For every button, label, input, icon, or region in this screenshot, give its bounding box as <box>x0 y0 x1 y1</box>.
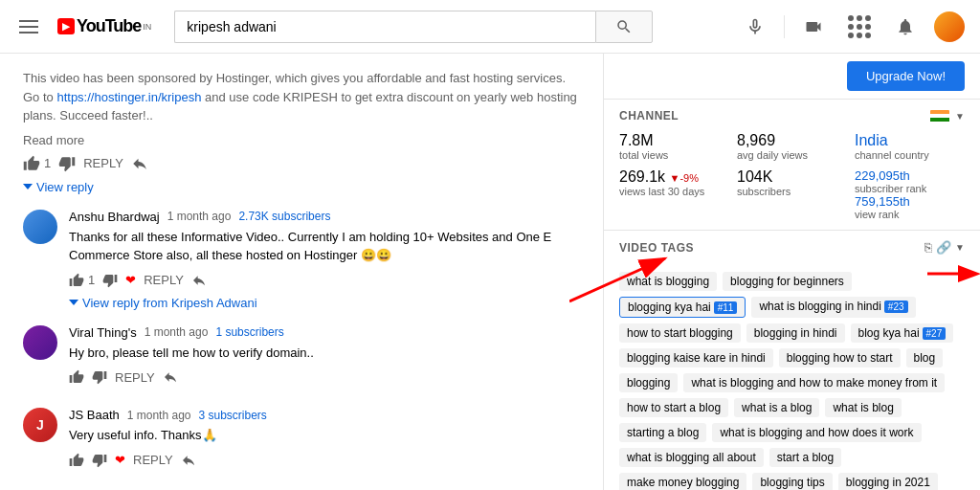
dislike-anshu[interactable] <box>102 273 118 288</box>
header: ▶ YouTube IN <box>0 0 980 54</box>
subscribers-value: 104K <box>737 168 847 186</box>
video-icon <box>804 17 823 36</box>
tag-item-12[interactable]: how to start a blog <box>619 398 728 417</box>
heart-js[interactable]: ❤ <box>115 453 125 467</box>
views30-label: views last 30 days <box>619 186 729 197</box>
tag-item-9[interactable]: blog <box>906 348 944 368</box>
comment-time-anshu: 1 month ago <box>167 210 232 223</box>
tags-collapse-icon[interactable]: ▼ <box>955 242 965 253</box>
like-count-anshu: 1 <box>88 273 95 287</box>
tag-item-19[interactable]: make money blogging <box>619 473 746 490</box>
tag-item-20[interactable]: blogging tips <box>752 473 832 490</box>
total-views-value: 7.8M <box>619 132 729 149</box>
video-button[interactable] <box>796 10 831 44</box>
country-stat: India channel country <box>855 132 965 161</box>
dislike-viral[interactable] <box>92 369 107 385</box>
tag-item-6[interactable]: blog kya hai#27 <box>851 323 954 343</box>
like-button[interactable]: 1 <box>23 155 51 172</box>
search-input[interactable] <box>174 11 595 43</box>
action-row-js: ❤ REPLY <box>69 453 580 468</box>
tag-item-3[interactable]: what is blogging in hindi#23 <box>751 297 915 318</box>
tag-item-21[interactable]: blogging in 2021 <box>838 473 938 490</box>
view-reply-anshu[interactable]: View reply from Kripesh Adwani <box>69 296 580 310</box>
tag-badge-6: #27 <box>923 327 947 340</box>
sponsor-text: This video has been sponsored by Hosting… <box>23 69 580 125</box>
tag-item-11[interactable]: what is blogging and how to make money f… <box>683 373 945 392</box>
subscriber-count-viral: 1 subscribers <box>215 325 283 339</box>
apps-grid-icon <box>848 15 871 38</box>
channel-header: CHANNEL ▼ <box>619 109 965 122</box>
read-more-btn[interactable]: Read more <box>23 133 580 147</box>
comment-author-viral: Viral Thing's <box>69 325 137 340</box>
avatar-viral <box>23 325 57 360</box>
dislike-js[interactable] <box>92 453 107 468</box>
tag-item-5[interactable]: blogging in hindi <box>746 323 845 343</box>
mic-button[interactable] <box>738 10 772 44</box>
sponsor-line2: Go to https://hostinger.in/kripesh and u… <box>23 88 580 125</box>
channel-collapse-icon[interactable]: ▼ <box>955 111 965 122</box>
action-row-anshu: 1 ❤ REPLY <box>69 273 580 288</box>
tag-item-7[interactable]: blogging kaise kare in hindi <box>619 348 773 368</box>
search-button[interactable] <box>595 11 653 43</box>
avg-daily-stat: 8,969 avg daily views <box>737 132 847 161</box>
reply-viral[interactable]: REPLY <box>115 370 155 385</box>
dislike-button[interactable] <box>58 155 76 172</box>
like-js[interactable] <box>69 453 84 468</box>
flag-bot <box>930 118 949 122</box>
tag-item-16[interactable]: what is blogging and how does it work <box>712 423 921 442</box>
comment-anshu: Anshu Bhardwaj 1 month ago 2.73K subscri… <box>23 210 580 310</box>
reply-anshu[interactable]: REPLY <box>144 273 184 287</box>
avatar-js: J <box>23 408 57 442</box>
tag-item-18[interactable]: start a blog <box>769 448 841 467</box>
views30-stat: 269.1k ▼-9% views last 30 days <box>619 168 729 220</box>
sponsor-link[interactable]: https://hostinger.in/kripesh <box>56 90 201 104</box>
youtube-logo[interactable]: ▶ YouTube IN <box>57 16 151 36</box>
view-rank-label: view rank <box>855 209 965 220</box>
thumbup-viral-icon <box>69 369 84 385</box>
copy-icon[interactable]: ⎘ <box>924 240 932 255</box>
india-flag <box>930 110 949 122</box>
upgrade-section: Upgrade Now! <box>604 54 980 100</box>
apps-button[interactable] <box>842 10 877 44</box>
tag-item-13[interactable]: what is a blog <box>734 398 819 417</box>
notifications-button[interactable] <box>888 10 923 44</box>
link-icon[interactable]: 🔗 <box>936 240 951 255</box>
tag-item-4[interactable]: how to start blogging <box>619 323 741 343</box>
sub-rank-label: subscriber rank <box>855 183 965 194</box>
reply-js[interactable]: REPLY <box>133 453 173 467</box>
like-count: 1 <box>44 156 51 170</box>
avg-daily-label: avg daily views <box>737 149 847 161</box>
main-layout: This video has been sponsored by Hosting… <box>0 54 980 490</box>
share-viral[interactable] <box>163 369 178 385</box>
search-bar <box>174 11 653 43</box>
tag-item-8[interactable]: blogging how to start <box>779 348 901 368</box>
heart-anshu[interactable]: ❤ <box>125 273 136 287</box>
tag-badge-3: #23 <box>884 301 908 313</box>
like-anshu[interactable]: 1 <box>69 273 95 288</box>
tag-item-2[interactable]: blogging kya hai#11 <box>619 297 746 318</box>
rank-stat: 229,095th subscriber rank 759,155th view… <box>855 168 965 220</box>
tag-item-10[interactable]: blogging <box>619 373 678 392</box>
red-arrow-1 <box>927 259 980 288</box>
tag-item-1[interactable]: blogging for beginners <box>723 272 852 291</box>
total-views-stat: 7.8M total views <box>619 132 729 161</box>
hamburger-menu[interactable] <box>15 16 42 37</box>
comment-text-anshu: Thanks for all these Informative Video..… <box>69 228 580 265</box>
like-viral[interactable] <box>69 369 84 385</box>
tag-item-17[interactable]: what is blogging all about <box>619 448 764 467</box>
tag-item-0[interactable]: what is blogging <box>619 272 717 291</box>
comment-time-viral: 1 month ago <box>145 325 209 339</box>
share-js[interactable] <box>181 453 196 468</box>
upgrade-button[interactable]: Upgrade Now! <box>847 61 965 91</box>
share-anshu[interactable] <box>191 273 207 288</box>
reply-label: REPLY <box>83 156 123 170</box>
share-viral-icon <box>163 369 178 385</box>
avatar[interactable] <box>934 11 965 42</box>
share-button[interactable] <box>131 155 148 172</box>
tag-item-14[interactable]: what is blog <box>825 398 901 417</box>
share-icon <box>131 155 148 172</box>
reply-button[interactable]: REPLY <box>83 156 123 170</box>
view-reply-btn[interactable]: View reply <box>23 180 580 194</box>
comment-text-js: Very useful info. Thanks🙏 <box>69 426 580 445</box>
tag-item-15[interactable]: starting a blog <box>619 423 706 442</box>
